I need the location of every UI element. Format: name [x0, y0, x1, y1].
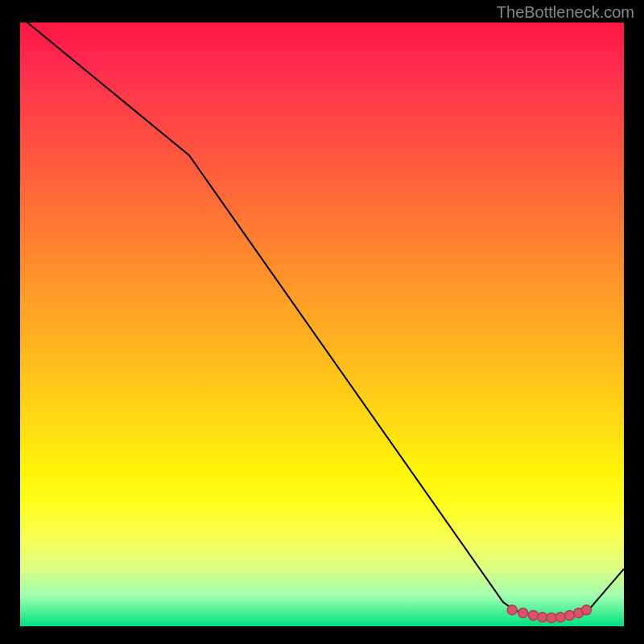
- marker-dot: [555, 613, 565, 622]
- chart-container: TheBottleneck.com: [0, 0, 644, 644]
- marker-dot: [507, 605, 517, 615]
- marker-dot: [538, 613, 547, 622]
- marker-dot: [518, 609, 528, 618]
- marker-dot: [582, 605, 592, 615]
- marker-dot: [547, 613, 556, 623]
- plot-svg: [20, 23, 624, 626]
- curve-line: [20, 23, 624, 617]
- marker-dot: [565, 611, 575, 621]
- marker-group: [507, 605, 591, 623]
- marker-dot: [529, 611, 539, 621]
- attribution-text: TheBottleneck.com: [497, 3, 634, 22]
